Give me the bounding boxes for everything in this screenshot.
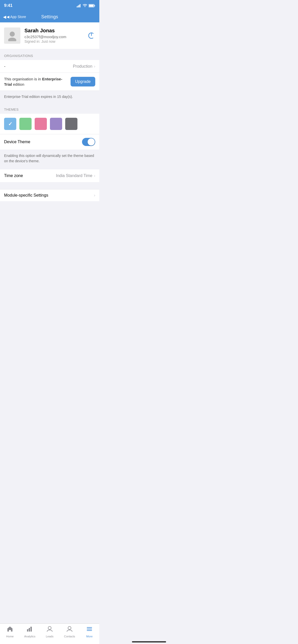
status-time: 9:41 xyxy=(4,3,12,8)
swatch-check: ✓ xyxy=(8,121,12,127)
organisations-header: ORGANISATIONS xyxy=(0,49,99,60)
profile-section: Sarah Jonas c3c2537f@moodjoy.com Signed … xyxy=(0,22,99,49)
profile-info: Sarah Jonas c3c2537f@moodjoy.com Signed … xyxy=(24,28,84,43)
swatch-pink[interactable] xyxy=(35,118,47,130)
themes-section: ✓ xyxy=(0,114,99,134)
trial-text: This organisation is in Enterprise-Trial… xyxy=(4,76,67,87)
expiry-notice: Enterprise-Trial edition expires in 15 d… xyxy=(0,91,99,103)
svg-point-8 xyxy=(8,38,16,41)
svg-rect-6 xyxy=(89,5,94,7)
svg-rect-2 xyxy=(79,5,79,7)
themes-label: THEMES xyxy=(4,108,19,111)
org-value: Production › xyxy=(73,64,95,69)
svg-point-7 xyxy=(10,32,15,37)
module-settings-label: Module-specific Settings xyxy=(4,193,48,198)
status-icons xyxy=(77,4,95,7)
status-bar: 9:41 xyxy=(0,0,99,11)
timezone-value: India Standard Time › xyxy=(56,173,95,178)
swatch-green[interactable] xyxy=(19,118,32,130)
back-label: ◀ App Store xyxy=(7,15,26,19)
swatch-purple[interactable] xyxy=(50,118,62,130)
signal-icon xyxy=(77,4,81,7)
upgrade-button[interactable]: Upgrade xyxy=(71,77,95,86)
spacer-1 xyxy=(0,182,99,187)
trial-text-after: edition xyxy=(12,82,24,86)
svg-rect-5 xyxy=(94,5,95,6)
timezone-chevron: › xyxy=(94,173,95,178)
page-title: Settings xyxy=(41,14,58,20)
org-dash: - xyxy=(4,64,5,69)
organisation-row[interactable]: - Production › xyxy=(0,60,99,73)
nav-back-button[interactable]: ◀ ◀ App Store xyxy=(3,14,26,19)
color-swatches: ✓ xyxy=(4,118,95,130)
wifi-icon xyxy=(83,4,87,7)
theme-note-text: Enabling this option will dynamically se… xyxy=(4,154,94,163)
timezone-section: Time zone India Standard Time › xyxy=(0,169,99,182)
module-settings-chevron: › xyxy=(94,193,95,198)
themes-header: THEMES xyxy=(0,103,99,114)
timezone-row[interactable]: Time zone India Standard Time › xyxy=(0,169,99,182)
org-name: Production xyxy=(73,64,92,69)
nav-bar: ◀ ◀ App Store Settings xyxy=(0,11,99,22)
back-chevron: ◀ xyxy=(3,14,6,19)
device-theme-toggle[interactable] xyxy=(82,138,95,146)
timezone-label: Time zone xyxy=(4,173,23,178)
sign-out-button[interactable] xyxy=(88,32,95,39)
avatar-icon xyxy=(7,30,18,41)
profile-signed-in: Signed in: Just now xyxy=(24,39,84,43)
toggle-knob xyxy=(88,138,95,145)
org-chevron: › xyxy=(94,64,95,69)
device-theme-row: Device Theme xyxy=(0,134,99,150)
trial-text-before: This organisation is in xyxy=(4,77,42,81)
swatch-blue[interactable]: ✓ xyxy=(4,118,16,130)
swatch-gray[interactable] xyxy=(65,118,77,130)
module-settings-row[interactable]: Module-specific Settings › xyxy=(0,189,99,201)
battery-icon xyxy=(89,4,95,7)
timezone-value-text: India Standard Time xyxy=(56,173,92,178)
power-icon xyxy=(88,32,95,39)
svg-rect-1 xyxy=(78,6,78,7)
device-theme-label: Device Theme xyxy=(4,140,30,144)
organisations-section: - Production › This organisation is in E… xyxy=(0,60,99,91)
bottom-spacer xyxy=(0,201,99,227)
organisations-label: ORGANISATIONS xyxy=(4,54,33,58)
expiry-text: Enterprise-Trial edition expires in 15 d… xyxy=(4,95,73,99)
svg-rect-3 xyxy=(80,4,80,7)
svg-rect-0 xyxy=(77,6,77,7)
device-theme-note: Enabling this option will dynamically se… xyxy=(0,150,99,167)
profile-name: Sarah Jonas xyxy=(24,28,84,34)
avatar xyxy=(4,27,20,44)
profile-email: c3c2537f@moodjoy.com xyxy=(24,35,84,39)
trial-banner: This organisation is in Enterprise-Trial… xyxy=(0,73,99,91)
